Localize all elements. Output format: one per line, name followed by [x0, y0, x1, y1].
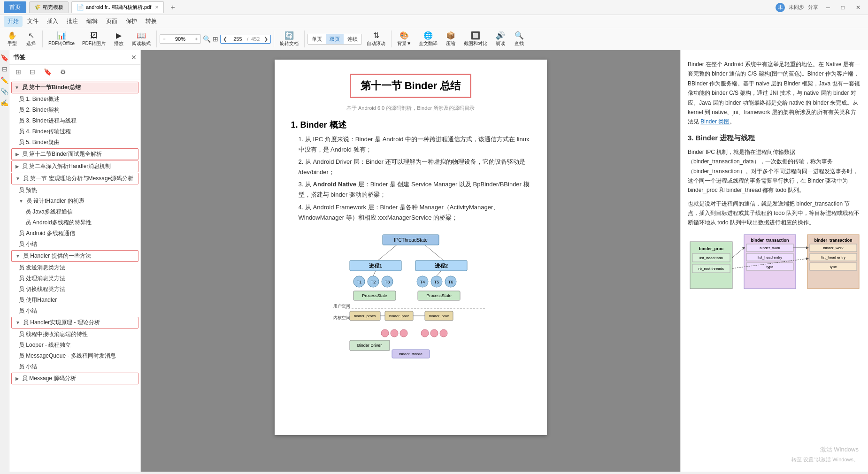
signature-icon[interactable]: ✍️: [0, 99, 8, 107]
tree-item-binder-arch[interactable]: 员 2. Binder架构: [9, 105, 140, 115]
compress-button[interactable]: 📦 压缩: [442, 30, 459, 48]
bookmark-sidebar-icon[interactable]: 🔖: [0, 54, 8, 61]
binder-class-link[interactable]: Binder 类图: [700, 118, 730, 125]
view-mode-group: 单页 双页 连续: [307, 34, 362, 45]
tree-item-binder-exam[interactable]: ▶ 员 第十二节Binder面试题全解析: [11, 148, 138, 160]
play-icon: ▶: [116, 31, 122, 40]
annotation-icon[interactable]: ✏️: [0, 76, 8, 84]
menu-start[interactable]: 开始: [4, 16, 23, 27]
menu-file[interactable]: 文件: [23, 16, 42, 27]
pdf-to-img-button[interactable]: 🖼 PDF转图片: [79, 31, 108, 48]
zoom-magnify-icon[interactable]: 🔍: [203, 35, 211, 43]
tree-item-binder-proc[interactable]: 员 3. Binder进程与线程: [9, 115, 140, 126]
tree-item-process-msg[interactable]: 员 处理消息类方法: [9, 273, 140, 284]
rotate-text-button[interactable]: 🔄 旋转文档: [277, 30, 301, 48]
share-label[interactable]: 分享: [808, 4, 818, 11]
play-button[interactable]: ▶ 播放: [110, 30, 127, 48]
tree-item-send-msg[interactable]: 员 发送消息类方法: [9, 262, 140, 273]
zoom-out-button[interactable]: －: [160, 35, 169, 43]
continuous-page-button[interactable]: 连续: [344, 34, 361, 44]
menu-page[interactable]: 页面: [102, 16, 121, 27]
tree-item-android-multithread-comm[interactable]: 员 Android 多线程通信: [9, 228, 140, 239]
tree-label-handler-provide: 员 Handler 提供的一些方法: [23, 252, 91, 260]
double-page-button[interactable]: 双页: [326, 34, 344, 44]
binder-diagram-svg: IPCThreadState 进程1 进程2 T1: [331, 232, 491, 359]
tree-item-use-handler[interactable]: 员 使用Handler: [9, 295, 140, 306]
svg-rect-53: [744, 235, 796, 289]
tree-item-android-multithread[interactable]: 员 Android多线程的特异性: [9, 217, 140, 228]
tree-item-summary1[interactable]: 员 小结: [9, 239, 140, 250]
tree-item-looper[interactable]: 员 Looper - 线程独立: [9, 340, 140, 351]
attachment-icon[interactable]: 📎: [0, 88, 8, 95]
tree-item-handler-impl[interactable]: ▼ 员 Handler实现原理 - 理论分析: [11, 317, 138, 329]
next-page-button[interactable]: ❯: [261, 35, 270, 43]
sidebar-settings[interactable]: ⚙: [58, 67, 69, 77]
thumbnail-icon[interactable]: ⊟: [2, 65, 8, 73]
menu-insert[interactable]: 插入: [43, 16, 62, 27]
tree-item-binder-faq[interactable]: 员 5. Binder疑由: [9, 137, 140, 148]
svg-text:T5: T5: [434, 280, 439, 284]
tree-label-binder-faq: 员 5. Binder疑由: [19, 138, 60, 146]
full-translate-button[interactable]: 🌐 全文翻译: [416, 30, 440, 48]
read-mode-icon: 📖: [137, 31, 146, 40]
tab-pdf[interactable]: 📄 android fr...稿调内核解析.pdf ✕: [71, 1, 164, 13]
pdf-to-img-icon: 🖼: [90, 31, 98, 40]
menu-convert[interactable]: 转换: [142, 16, 161, 27]
tree-item-msg-theory[interactable]: ▼ 员 第一节 宏观理论分析与Message源码分析: [11, 173, 138, 184]
tree-item-msg-source[interactable]: ▶ 员 Message 源码分析: [11, 373, 138, 384]
sidebar-collapse-all[interactable]: ⊟: [27, 67, 38, 77]
zoom-input[interactable]: [169, 35, 192, 43]
menu-protect[interactable]: 保护: [122, 16, 141, 27]
tree-item-binder-intro[interactable]: 员 1. Binder概述: [9, 94, 140, 105]
sidebar-title: 书签: [13, 53, 25, 61]
maximize-button[interactable]: □: [837, 3, 848, 12]
tree-label-looper: 员 Looper - 线程独立: [19, 341, 71, 349]
tree-item-switch-thread[interactable]: 员 切换线程类方法: [9, 284, 140, 295]
tab-template[interactable]: 🌾 稻壳模板: [29, 1, 69, 13]
current-page-input[interactable]: [230, 35, 246, 43]
binder-structure-diagram: binder_proc list_head todo rb_root threa…: [688, 232, 861, 310]
menu-edit[interactable]: 编辑: [83, 16, 101, 27]
home-tab[interactable]: 首页: [4, 1, 26, 13]
zoom-in-button[interactable]: ＋: [192, 35, 200, 43]
tab-pdf-close[interactable]: ✕: [155, 5, 159, 10]
svg-rect-61: [807, 235, 859, 289]
close-button[interactable]: ✕: [852, 3, 864, 12]
svg-line-21: [437, 271, 441, 276]
select-tool-button[interactable]: ↖ 选择: [23, 30, 39, 48]
tree-item-binder-summary[interactable]: ▼ 员 第十一节Binder总结: [11, 82, 138, 93]
left-sidebar-icons: 🔖 ⊟ ✏️ 📎 ✍️: [0, 50, 9, 472]
background-button[interactable]: 🎨 背景▼: [394, 30, 414, 48]
single-page-button[interactable]: 单页: [308, 34, 326, 44]
sidebar-expand-all[interactable]: ⊞: [13, 67, 23, 77]
sidebar-bookmark-icon[interactable]: 🔖: [41, 67, 54, 77]
tree-label-binder-exam: 员 第十二节Binder面试题全解析: [22, 150, 102, 158]
tree-item-msg-queue[interactable]: 员 MessageQueue - 多线程同时发消息: [9, 351, 140, 361]
sync-label[interactable]: 未同步: [789, 4, 804, 11]
tree-item-java-multithread[interactable]: 员 Java多线程通信: [9, 206, 140, 217]
menu-annotate[interactable]: 批注: [63, 16, 82, 27]
tree-item-handler-deep[interactable]: ▶ 员 第二章深入解析Handler消息机制: [11, 161, 138, 172]
search-button[interactable]: 🔍 查找: [511, 30, 528, 48]
tree-item-receive-in-thread[interactable]: 员 线程中接收消息端的特性: [9, 329, 140, 340]
add-tab-button[interactable]: +: [167, 3, 178, 12]
compare-doc-button[interactable]: 🔲 截图和对比: [461, 30, 490, 48]
read-mode-button[interactable]: 📖 阅读模式: [129, 30, 154, 48]
tree-item-summary3[interactable]: 员 小结: [9, 361, 140, 372]
tree-item-handler-init[interactable]: ▼ 员 设计tHandler 的初衷: [9, 196, 140, 206]
tree-item-preheat[interactable]: 员 预热: [9, 185, 140, 196]
pdf-pages[interactable]: 第十一节 Binder 总结 基于 Android 6.0 的源码剖析，Bind…: [141, 50, 680, 472]
read-aloud-button[interactable]: 🔊 朗读: [492, 30, 509, 48]
tree-item-handler-provide[interactable]: ▼ 员 Handler 提供的一些方法: [11, 250, 138, 262]
tree-item-binder-trans[interactable]: 员 4. Binder传输过程: [9, 126, 140, 137]
sidebar-close-button[interactable]: ✕: [131, 54, 137, 61]
tree-item-summary2[interactable]: 员 小结: [9, 306, 140, 316]
tree-label-summary3: 员 小结: [19, 363, 37, 371]
hand-tool-button[interactable]: ✋ 手型: [4, 30, 21, 48]
tree-label-android-multithread-comm: 员 Android 多线程通信: [19, 229, 75, 237]
pdf-to-office-button[interactable]: 📊 PDF转Office: [46, 30, 77, 48]
minimize-button[interactable]: ─: [822, 3, 834, 12]
auto-scroll-button[interactable]: ⇅ 自动滚动: [364, 30, 388, 48]
zoom-fit-icon[interactable]: ⊞: [213, 35, 218, 43]
prev-page-button[interactable]: ❮: [221, 35, 230, 43]
